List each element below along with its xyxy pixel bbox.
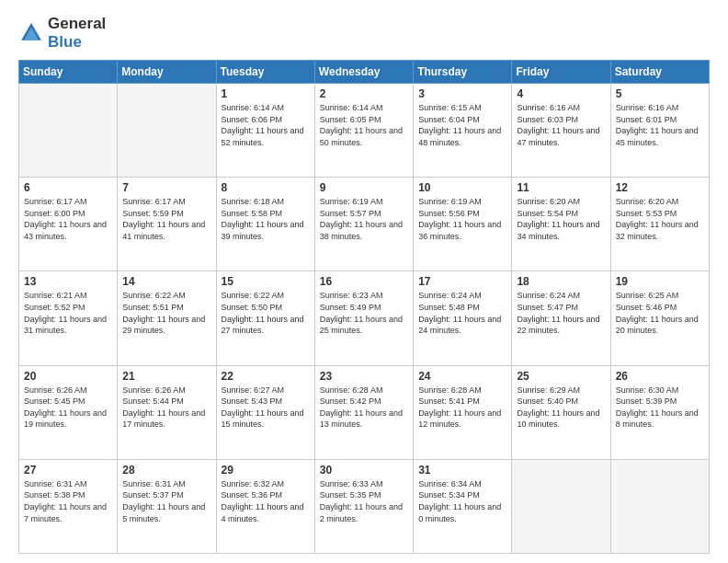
calendar-cell: 18Sunrise: 6:24 AMSunset: 5:47 PMDayligh… [512,271,610,365]
calendar-cell: 16Sunrise: 6:23 AMSunset: 5:49 PMDayligh… [314,271,413,365]
weekday-header-row: SundayMondayTuesdayWednesdayThursdayFrid… [19,61,710,84]
day-number: 5 [616,87,704,100]
weekday-header-saturday: Saturday [610,61,709,84]
logo: General Blue [18,15,106,51]
cell-info: Sunrise: 6:32 AMSunset: 5:36 PMDaylight:… [222,478,310,524]
calendar-cell: 24Sunrise: 6:28 AMSunset: 5:41 PMDayligh… [414,365,512,459]
calendar-cell: 30Sunrise: 6:33 AMSunset: 5:35 PMDayligh… [314,459,413,553]
day-number: 13 [24,275,112,288]
day-number: 14 [122,275,210,288]
cell-info: Sunrise: 6:34 AMSunset: 5:34 PMDaylight:… [418,478,506,524]
day-number: 26 [616,370,704,383]
day-number: 27 [24,464,112,477]
calendar-cell: 7Sunrise: 6:17 AMSunset: 5:59 PMDaylight… [118,178,216,271]
cell-info: Sunrise: 6:28 AMSunset: 5:41 PMDaylight:… [418,385,506,431]
day-number: 18 [517,275,605,288]
calendar-cell: 23Sunrise: 6:28 AMSunset: 5:42 PMDayligh… [314,365,413,459]
cell-info: Sunrise: 6:31 AMSunset: 5:38 PMDaylight:… [24,478,112,524]
cell-info: Sunrise: 6:15 AMSunset: 6:04 PMDaylight:… [418,102,506,148]
cell-info: Sunrise: 6:20 AMSunset: 5:54 PMDaylight:… [517,196,605,242]
header: General Blue [18,15,710,51]
calendar-row-0: 1Sunrise: 6:14 AMSunset: 6:06 PMDaylight… [19,84,710,178]
cell-info: Sunrise: 6:30 AMSunset: 5:39 PMDaylight:… [616,385,704,431]
calendar-cell: 8Sunrise: 6:18 AMSunset: 5:58 PMDaylight… [216,178,314,271]
day-number: 9 [320,181,408,194]
calendar-cell: 27Sunrise: 6:31 AMSunset: 5:38 PMDayligh… [19,459,118,553]
calendar-cell: 9Sunrise: 6:19 AMSunset: 5:57 PMDaylight… [314,178,413,271]
day-number: 23 [320,370,408,383]
day-number: 29 [222,464,310,477]
cell-info: Sunrise: 6:17 AMSunset: 5:59 PMDaylight:… [122,196,210,242]
day-number: 25 [517,370,605,383]
cell-info: Sunrise: 6:31 AMSunset: 5:37 PMDaylight:… [122,478,210,524]
calendar-row-2: 13Sunrise: 6:21 AMSunset: 5:52 PMDayligh… [19,271,710,365]
weekday-header-monday: Monday [118,61,216,84]
day-number: 15 [222,275,310,288]
weekday-header-thursday: Thursday [414,61,512,84]
calendar-cell: 6Sunrise: 6:17 AMSunset: 6:00 PMDaylight… [19,178,118,271]
calendar-cell [118,84,216,178]
cell-info: Sunrise: 6:22 AMSunset: 5:51 PMDaylight:… [122,290,210,336]
day-number: 8 [222,181,310,194]
logo-icon [18,20,44,46]
day-number: 20 [24,370,112,383]
calendar-cell [512,459,610,553]
day-number: 24 [418,370,506,383]
day-number: 21 [122,370,210,383]
cell-info: Sunrise: 6:24 AMSunset: 5:48 PMDaylight:… [418,290,506,336]
calendar-cell: 21Sunrise: 6:26 AMSunset: 5:44 PMDayligh… [118,365,216,459]
cell-info: Sunrise: 6:28 AMSunset: 5:42 PMDaylight:… [320,385,408,431]
calendar-cell: 1Sunrise: 6:14 AMSunset: 6:06 PMDaylight… [216,84,314,178]
calendar-cell: 20Sunrise: 6:26 AMSunset: 5:45 PMDayligh… [19,365,118,459]
cell-info: Sunrise: 6:18 AMSunset: 5:58 PMDaylight:… [222,196,310,242]
calendar-cell [610,459,709,553]
logo-text: General Blue [48,15,106,51]
cell-info: Sunrise: 6:20 AMSunset: 5:53 PMDaylight:… [616,196,704,242]
calendar-cell [19,84,118,178]
cell-info: Sunrise: 6:14 AMSunset: 6:05 PMDaylight:… [320,102,408,148]
day-number: 7 [122,181,210,194]
calendar-cell: 29Sunrise: 6:32 AMSunset: 5:36 PMDayligh… [216,459,314,553]
day-number: 2 [320,87,408,100]
cell-info: Sunrise: 6:26 AMSunset: 5:44 PMDaylight:… [122,385,210,431]
cell-info: Sunrise: 6:25 AMSunset: 5:46 PMDaylight:… [616,290,704,336]
weekday-header-friday: Friday [512,61,610,84]
calendar-cell: 15Sunrise: 6:22 AMSunset: 5:50 PMDayligh… [216,271,314,365]
cell-info: Sunrise: 6:21 AMSunset: 5:52 PMDaylight:… [24,290,112,336]
cell-info: Sunrise: 6:33 AMSunset: 5:35 PMDaylight:… [320,478,408,524]
calendar-cell: 4Sunrise: 6:16 AMSunset: 6:03 PMDaylight… [512,84,610,178]
day-number: 22 [222,370,310,383]
weekday-header-tuesday: Tuesday [216,61,314,84]
cell-info: Sunrise: 6:19 AMSunset: 5:56 PMDaylight:… [418,196,506,242]
cell-info: Sunrise: 6:26 AMSunset: 5:45 PMDaylight:… [24,385,112,431]
calendar-cell: 3Sunrise: 6:15 AMSunset: 6:04 PMDaylight… [414,84,512,178]
cell-info: Sunrise: 6:29 AMSunset: 5:40 PMDaylight:… [517,385,605,431]
calendar-cell: 12Sunrise: 6:20 AMSunset: 5:53 PMDayligh… [610,178,709,271]
day-number: 4 [517,87,605,100]
page: General Blue SundayMondayTuesdayWednesda… [0,0,728,563]
cell-info: Sunrise: 6:16 AMSunset: 6:03 PMDaylight:… [517,102,605,148]
calendar-row-3: 20Sunrise: 6:26 AMSunset: 5:45 PMDayligh… [19,365,710,459]
weekday-header-sunday: Sunday [19,61,118,84]
day-number: 3 [418,87,506,100]
calendar-cell: 31Sunrise: 6:34 AMSunset: 5:34 PMDayligh… [414,459,512,553]
cell-info: Sunrise: 6:14 AMSunset: 6:06 PMDaylight:… [222,102,310,148]
day-number: 12 [616,181,704,194]
calendar-cell: 22Sunrise: 6:27 AMSunset: 5:43 PMDayligh… [216,365,314,459]
cell-info: Sunrise: 6:23 AMSunset: 5:49 PMDaylight:… [320,290,408,336]
calendar-cell: 25Sunrise: 6:29 AMSunset: 5:40 PMDayligh… [512,365,610,459]
cell-info: Sunrise: 6:16 AMSunset: 6:01 PMDaylight:… [616,102,704,148]
cell-info: Sunrise: 6:22 AMSunset: 5:50 PMDaylight:… [222,290,310,336]
calendar-cell: 5Sunrise: 6:16 AMSunset: 6:01 PMDaylight… [610,84,709,178]
day-number: 28 [122,464,210,477]
calendar-row-1: 6Sunrise: 6:17 AMSunset: 6:00 PMDaylight… [19,178,710,271]
calendar-cell: 13Sunrise: 6:21 AMSunset: 5:52 PMDayligh… [19,271,118,365]
calendar-cell: 28Sunrise: 6:31 AMSunset: 5:37 PMDayligh… [118,459,216,553]
calendar-cell: 14Sunrise: 6:22 AMSunset: 5:51 PMDayligh… [118,271,216,365]
day-number: 6 [24,181,112,194]
day-number: 1 [222,87,310,100]
day-number: 30 [320,464,408,477]
calendar-cell: 11Sunrise: 6:20 AMSunset: 5:54 PMDayligh… [512,178,610,271]
day-number: 16 [320,275,408,288]
calendar-cell: 26Sunrise: 6:30 AMSunset: 5:39 PMDayligh… [610,365,709,459]
